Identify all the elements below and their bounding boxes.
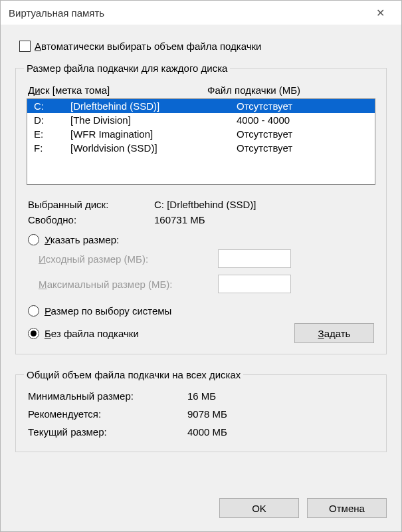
no-paging-row: Без файла подкачки Задать — [28, 323, 374, 343]
drive-label: [Worldvision (SSD)] — [70, 142, 237, 154]
drive-letter: D: — [34, 114, 70, 126]
system-size-label[interactable]: Размер по выбору системы — [45, 305, 171, 317]
no-paging-label[interactable]: Без файла подкачки — [45, 328, 139, 339]
custom-size-label[interactable]: Указать размер: — [45, 234, 119, 245]
initial-size-label: Исходный размер (МБ): — [39, 253, 218, 265]
col-drive-header: Диск [метка тома] — [28, 84, 207, 96]
initial-size-input[interactable] — [218, 249, 291, 268]
disk-list-header: Диск [метка тома] Файл подкачки (МБ) — [24, 80, 378, 98]
window-title: Виртуальная память — [9, 7, 367, 19]
drive-letter: E: — [34, 128, 70, 140]
no-paging-radio[interactable] — [28, 328, 39, 339]
close-icon[interactable]: ✕ — [367, 7, 393, 19]
table-row[interactable]: F:[Worldvision (SSD)]Отсутствует — [27, 141, 375, 155]
selected-drive-info: Выбранный диск: C: [Drleftbehind (SSD)] … — [28, 197, 374, 227]
free-space-label: Свободно: — [28, 214, 154, 225]
disk-list[interactable]: C:[Drleftbehind (SSD)]ОтсутствуетD:[The … — [27, 98, 375, 185]
table-row[interactable]: C:[Drleftbehind (SSD)]Отсутствует — [27, 99, 375, 113]
current-size-label: Текущий размер: — [28, 426, 187, 438]
per-drive-group: Размер файла подкачки для каждого диска … — [15, 63, 387, 354]
min-size-value: 16 МБ — [187, 390, 216, 402]
free-space-value: 160731 МБ — [154, 214, 374, 225]
drive-letter: F: — [34, 142, 70, 154]
drive-paging: Отсутствует — [237, 100, 363, 112]
drive-paging: 4000 - 4000 — [237, 114, 363, 126]
selected-drive-label: Выбранный диск: — [28, 199, 154, 210]
initial-size-row: Исходный размер (МБ): — [39, 249, 374, 268]
table-row[interactable]: E:[WFR Imagination]Отсутствует — [27, 127, 375, 141]
system-size-row: Размер по выбору системы — [28, 305, 374, 317]
drive-label: [WFR Imagination] — [70, 128, 237, 140]
system-size-radio[interactable] — [28, 305, 39, 317]
drive-paging: Отсутствует — [237, 142, 363, 154]
drive-label: [The Division] — [70, 114, 237, 126]
per-drive-legend: Размер файла подкачки для каждого диска — [24, 63, 230, 74]
recommended-value: 9078 МБ — [187, 408, 227, 420]
custom-size-radio[interactable] — [28, 234, 39, 245]
max-size-input[interactable] — [218, 275, 291, 293]
custom-size-row: Указать размер: — [28, 234, 374, 245]
dialog-content: Автоматически выбирать объем файла подка… — [1, 25, 401, 498]
set-button[interactable]: Задать — [294, 323, 374, 343]
col-page-header: Файл подкачки (МБ) — [207, 84, 374, 96]
recommended-label: Рекомендуется: — [28, 408, 187, 420]
drive-label: [Drleftbehind (SSD)] — [70, 100, 237, 112]
selected-drive-value: C: [Drleftbehind (SSD)] — [154, 199, 374, 210]
auto-manage-checkbox[interactable] — [19, 41, 31, 52]
max-size-label: Максимальный размер (МБ): — [39, 279, 218, 290]
total-legend: Общий объем файла подкачки на всех диска… — [24, 369, 243, 380]
drive-letter: C: — [34, 100, 70, 112]
titlebar: Виртуальная память ✕ — [1, 1, 401, 25]
max-size-row: Максимальный размер (МБ): — [39, 275, 374, 293]
total-group: Общий объем файла подкачки на всех диска… — [15, 369, 387, 452]
current-size-value: 4000 МБ — [187, 426, 227, 438]
dialog-footer: OK Отмена — [1, 498, 401, 531]
table-row[interactable]: D:[The Division]4000 - 4000 — [27, 113, 375, 127]
auto-manage-row: Автоматически выбирать объем файла подка… — [19, 41, 387, 52]
drive-paging: Отсутствует — [237, 128, 363, 140]
cancel-button[interactable]: Отмена — [307, 498, 387, 518]
virtual-memory-dialog: Виртуальная память ✕ Автоматически выбир… — [0, 0, 402, 532]
auto-manage-label[interactable]: Автоматически выбирать объем файла подка… — [35, 41, 261, 52]
min-size-label: Минимальный размер: — [28, 390, 187, 402]
ok-button[interactable]: OK — [219, 498, 299, 518]
